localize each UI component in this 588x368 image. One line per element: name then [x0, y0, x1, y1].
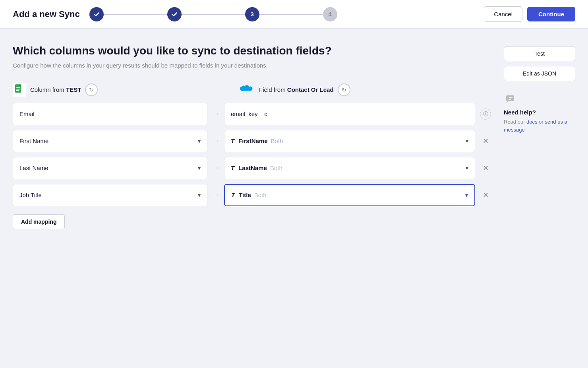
edit-json-button[interactable]: Edit as JSON	[504, 66, 575, 81]
svg-point-0	[93, 10, 101, 18]
close-icon-jobtitle[interactable]: ✕	[480, 190, 491, 201]
right-panel: Test Edit as JSON Need help? Read our do…	[504, 45, 575, 355]
dest-select-jobtitle[interactable]: T Title Both ▾	[224, 184, 475, 206]
dest-field-name: FirstName	[238, 138, 267, 144]
stepper: 3 4	[89, 7, 475, 21]
salesforce-icon	[238, 83, 255, 96]
help-box: Need help? Read our docs or send us a me…	[504, 92, 575, 134]
dest-field-hint: Both	[270, 165, 282, 171]
close-icon-lastname[interactable]: ✕	[480, 163, 491, 174]
step-2	[167, 7, 182, 21]
dest-select-firstname[interactable]: T FirstName Both ▾	[224, 130, 475, 152]
source-value-lastname: Last Name	[19, 165, 48, 171]
svg-rect-6	[16, 89, 20, 89]
dest-col-header: Field from Contact Or Lead ↻	[238, 83, 491, 96]
chevron-down-icon: ▾	[198, 165, 201, 171]
source-value-jobtitle: Job Title	[19, 192, 42, 198]
mapping-row: Last Name ▾ → T LastName Both ▾ ✕	[13, 157, 491, 179]
help-text-prefix: Read our	[504, 119, 526, 125]
info-icon-email[interactable]: ⓘ	[480, 108, 491, 120]
svg-rect-7	[16, 90, 19, 91]
dest-select-inner: email_key__c	[231, 110, 468, 117]
mapping-row: Email → email_key__c ⓘ	[13, 103, 491, 125]
svg-rect-5	[16, 87, 20, 88]
dest-select-lastname[interactable]: T LastName Both ▾	[224, 157, 475, 179]
svg-rect-10	[509, 99, 511, 100]
arrow-icon: →	[212, 191, 219, 199]
source-select-firstname[interactable]: First Name ▾	[13, 130, 207, 152]
arrow-icon: →	[212, 137, 219, 145]
docs-link[interactable]: docs	[526, 119, 537, 125]
left-panel: Which columns would you like to sync to …	[13, 45, 491, 355]
dest-field-name: Title	[239, 192, 251, 198]
top-bar-actions: Cancel Continue	[484, 6, 575, 22]
add-mapping-button[interactable]: Add mapping	[13, 214, 65, 229]
text-type-icon: T	[231, 165, 234, 171]
dest-field-hint: Both	[254, 192, 267, 198]
main-content: Which columns would you like to sync to …	[0, 29, 588, 368]
dest-value-email: email_key__c	[231, 110, 267, 117]
dest-field-name: LastName	[238, 165, 267, 171]
svg-point-1	[170, 10, 178, 18]
step-1	[89, 7, 104, 21]
dest-col-label: Field from Contact Or Lead	[259, 86, 334, 93]
columns-header: Column from TEST ↻ Field from Contact Or…	[13, 83, 491, 97]
close-icon-firstname[interactable]: ✕	[480, 136, 491, 147]
chevron-down-icon: ▾	[466, 138, 468, 144]
source-value-email: Email	[19, 110, 35, 117]
text-type-icon: T	[231, 138, 234, 144]
arrow-icon: →	[212, 164, 219, 172]
mapping-row: Job Title ▾ → T Title Both ▾ ✕	[13, 184, 491, 206]
help-title: Need help?	[504, 109, 575, 116]
dest-field-hint: Both	[271, 138, 283, 144]
dest-select-inner: T LastName Both	[231, 165, 462, 171]
section-subtext: Configure how the columns in your query …	[13, 61, 291, 70]
source-col-header: Column from TEST ↻	[13, 83, 207, 97]
source-col-label: Column from TEST	[30, 86, 81, 93]
step-3: 3	[245, 7, 259, 21]
continue-button[interactable]: Continue	[527, 7, 575, 21]
step-line-2	[182, 14, 245, 15]
help-or: or	[538, 119, 545, 125]
chevron-down-icon: ▾	[466, 165, 468, 171]
step-4: 4	[323, 7, 337, 21]
source-select-email[interactable]: Email	[13, 103, 207, 125]
chevron-down-icon: ▾	[198, 138, 201, 144]
cancel-button[interactable]: Cancel	[484, 6, 522, 22]
source-refresh-button[interactable]: ↻	[85, 83, 98, 96]
help-text: Read our docs or send us a message	[504, 118, 575, 134]
top-bar: Add a new Sync 3 4 Cancel Cont	[0, 0, 588, 29]
chevron-down-icon: ▾	[198, 192, 201, 198]
chat-icon	[504, 92, 518, 107]
source-value-firstname: First Name	[19, 138, 48, 144]
google-sheets-icon	[13, 83, 26, 97]
arrow-icon: →	[212, 110, 219, 118]
dest-select-email[interactable]: email_key__c	[224, 103, 475, 125]
text-type-icon: T	[231, 192, 235, 198]
dest-select-inner: T Title Both	[231, 192, 462, 198]
step-3-label: 3	[251, 11, 254, 17]
page-title: Add a new Sync	[13, 9, 80, 19]
section-heading: Which columns would you like to sync to …	[13, 45, 491, 57]
source-select-lastname[interactable]: Last Name ▾	[13, 157, 207, 179]
mapping-row: First Name ▾ → T FirstName Both ▾ ✕	[13, 130, 491, 152]
dest-select-inner: T FirstName Both	[231, 138, 462, 144]
step-line-1	[104, 14, 167, 15]
chevron-down-icon: ▾	[465, 192, 468, 198]
source-select-jobtitle[interactable]: Job Title ▾	[13, 184, 207, 206]
dest-refresh-button[interactable]: ↻	[338, 83, 350, 96]
step-4-label: 4	[329, 11, 332, 17]
svg-rect-9	[509, 97, 513, 98]
step-line-3	[259, 14, 323, 15]
test-button[interactable]: Test	[504, 46, 575, 61]
